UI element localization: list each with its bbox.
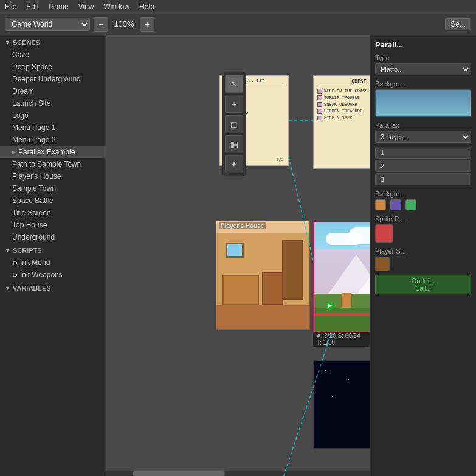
sidebar-item-sample-town-label: Sample Town (12, 184, 56, 193)
sidebar-item-parallax-label: Parallax Example (18, 148, 75, 156)
gear-icon: ⚙ (12, 260, 18, 266)
players-house-scene[interactable]: Player's House (216, 221, 310, 330)
sidebar-item-deep-space-label: Deep Space (12, 63, 52, 71)
variables-chevron: ▼ (5, 285, 10, 291)
sidebar-item-top-house-label: Top House (12, 221, 47, 229)
sidebar-item-dream[interactable]: Dream (0, 85, 106, 97)
sidebar-item-init-menu-label: Init Menu (20, 258, 50, 267)
player-row (375, 257, 471, 271)
layer-1-button[interactable]: 1 (375, 147, 471, 159)
background-label: Backgro... (375, 80, 471, 88)
variables-section-header[interactable]: ▼ VARIABLES (0, 281, 106, 294)
sidebar-item-deeper-underground[interactable]: Deeper Underground (0, 73, 106, 85)
sidebar-item-menu-page-1-label: Menu Page 1 (12, 123, 55, 132)
on-init-badge[interactable]: On Ini...Call... (375, 275, 471, 294)
space-battle-scene[interactable]: Space Battle (313, 360, 370, 449)
menu-bar: File Edit Game View Window Help (0, 0, 476, 13)
color-swatch-2[interactable] (390, 199, 401, 210)
sidebar-item-cave[interactable]: Cave (0, 49, 106, 61)
variables-label: VARIABLES (13, 285, 51, 292)
menu-game[interactable]: Game (49, 2, 69, 11)
quest-item-2: TURNIP TROUBLE (317, 95, 370, 100)
type-label: Type (375, 54, 471, 61)
player-label: Player S... (375, 247, 471, 255)
sidebar-item-launch-site[interactable]: Launch Site (0, 97, 106, 109)
scripts-chevron: ▼ (5, 247, 10, 254)
layers-list: 1 2 3 (375, 147, 471, 185)
quest-item-4: HIDDEN TREASURE (317, 109, 370, 114)
sidebar-item-init-menu[interactable]: ⚙ Init Menu (0, 257, 106, 269)
search-button[interactable]: Se... (445, 18, 471, 30)
player-thumbnail (375, 257, 390, 271)
sidebar-item-menu-page-2[interactable]: Menu Page 2 (0, 134, 106, 146)
sidebar-item-title-screen[interactable]: Title Screen (0, 207, 106, 219)
h-scrollbar[interactable] (106, 471, 370, 476)
h-scrollbar-thumb[interactable] (133, 471, 225, 476)
special-tool-button[interactable]: ✦ (225, 155, 243, 173)
layer-2-button[interactable]: 2 (375, 160, 471, 172)
call-label: Call... (415, 285, 431, 292)
color-swatch-1[interactable] (375, 199, 386, 210)
sidebar-item-space-battle-label: Space Battle (12, 196, 53, 205)
sidebar-item-sample-town[interactable]: Sample Town (0, 182, 106, 195)
right-panel-title: Parall... (375, 40, 471, 49)
sidebar-item-launch-site-label: Launch Site (12, 99, 50, 108)
parallax-scene-card[interactable]: ▶ Parallax Example (313, 221, 370, 333)
active-indicator: ▶ (12, 150, 16, 155)
sidebar-item-logo[interactable]: Logo (0, 109, 106, 122)
sidebar-item-title-screen-label: Title Screen (12, 209, 51, 217)
canvas-inner: U... IST S... CAT O... ZZLE O... ING D..… (106, 35, 370, 476)
menu-file[interactable]: File (5, 2, 16, 11)
background2-label: Backgro... (375, 190, 471, 198)
type-select[interactable]: Platfo... (375, 63, 471, 75)
scenes-chevron: ▼ (5, 40, 10, 46)
sidebar-item-init-weapons-label: Init Weapons (20, 271, 63, 279)
add-tool-button[interactable]: + (225, 95, 243, 113)
sidebar-item-deep-space[interactable]: Deep Space (0, 61, 106, 73)
parallax-select[interactable]: 3 Laye... (375, 131, 471, 143)
sidebar-item-underground[interactable]: Underground (0, 231, 106, 243)
sidebar-item-init-weapons[interactable]: ⚙ Init Weapons (0, 269, 106, 281)
sidebar-item-deeper-underground-label: Deeper Underground (12, 75, 81, 83)
menu-edit[interactable]: Edit (26, 2, 39, 11)
parallax-label: Parallax (375, 122, 471, 129)
select-tool-button[interactable]: ↖ (225, 75, 243, 93)
toolbar: Game World − 100% + Se... (0, 13, 476, 35)
color-swatch-3[interactable] (405, 199, 416, 210)
menu-window[interactable]: Window (104, 2, 130, 11)
erase-tool-button[interactable]: ◻ (225, 115, 243, 133)
main-layout: ▼ SCENES Cave Deep Space Deeper Undergro… (0, 35, 476, 476)
sprite-thumbnail (375, 224, 393, 243)
scenes-section-header[interactable]: ▼ SCENES (0, 35, 106, 49)
quest-card-2: QUEST LIST KEEP ON THE GRASS TURNIP TROU… (313, 75, 370, 169)
layer-3-button[interactable]: 3 (375, 173, 471, 185)
sidebar-item-parallax-example[interactable]: ▶ Parallax Example (0, 146, 106, 158)
zoom-out-button[interactable]: − (94, 17, 108, 32)
gear-icon-2: ⚙ (12, 272, 18, 278)
sidebar-item-cave-label: Cave (12, 50, 29, 59)
sidebar-item-menu-page-2-label: Menu Page 2 (12, 136, 55, 144)
players-house-label: Player's House (219, 222, 266, 229)
sidebar-item-underground-label: Underground (12, 233, 55, 241)
sidebar-item-path-sample-town-label: Path to Sample Town (12, 160, 81, 168)
sidebar-item-logo-label: Logo (12, 111, 29, 120)
sidebar-item-players-house[interactable]: Player's House (0, 170, 106, 182)
tile-tool-button[interactable]: ▦ (225, 135, 243, 153)
sidebar-item-space-battle[interactable]: Space Battle (0, 195, 106, 207)
zoom-in-button[interactable]: + (140, 17, 154, 32)
canvas-area[interactable]: U... IST S... CAT O... ZZLE O... ING D..… (106, 35, 370, 476)
scripts-section-header[interactable]: ▼ SCRIPTS (0, 243, 106, 257)
sidebar-item-players-house-label: Player's House (12, 172, 61, 181)
world-select[interactable]: Game World (5, 18, 90, 31)
menu-help[interactable]: Help (139, 2, 154, 11)
background-thumbnail (375, 89, 471, 117)
sprite-label: Sprite R... (375, 215, 471, 222)
scenes-label: SCENES (13, 39, 40, 46)
sidebar-item-top-house[interactable]: Top House (0, 219, 106, 231)
scripts-label: SCRIPTS (13, 247, 42, 254)
sidebar-item-menu-page-1[interactable]: Menu Page 1 (0, 122, 106, 134)
sidebar-item-path-sample-town[interactable]: Path to Sample Town (0, 158, 106, 170)
menu-view[interactable]: View (78, 2, 94, 11)
right-panel: Parall... Type Platfo... Backgro... Para… (370, 35, 476, 476)
quest-item-3: SNEAK ONBOARD (317, 102, 370, 107)
